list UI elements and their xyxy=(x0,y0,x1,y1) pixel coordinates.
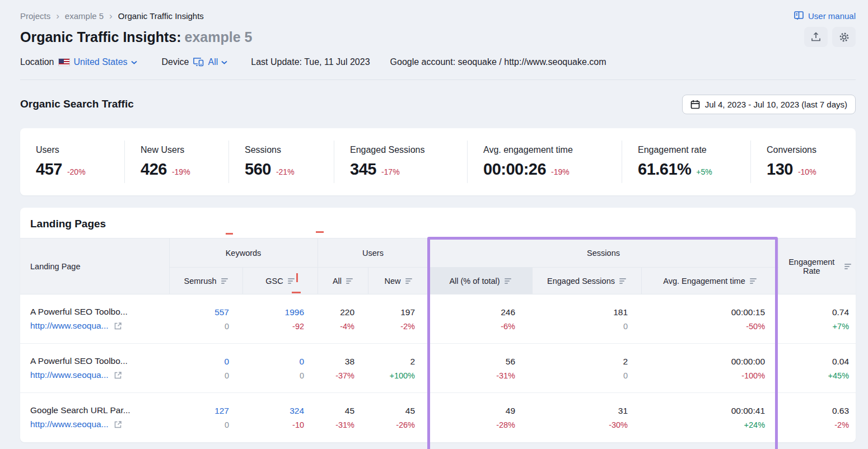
gsc-cell: 1996 -92 xyxy=(242,294,318,344)
col-header-engagement-rate: Engagement Rate xyxy=(778,238,856,294)
landing-page-link[interactable]: http://www.seoqua... xyxy=(30,370,109,380)
device-filter[interactable]: Device All xyxy=(162,57,228,67)
metric-delta: -19% xyxy=(172,167,190,176)
sort-icon[interactable] xyxy=(221,278,228,284)
landing-page-link[interactable]: http://www.seoqua... xyxy=(30,321,109,331)
metrics-summary: Users 457 -20% New Users 426 -19% Sessio… xyxy=(20,128,856,195)
breadcrumb-project[interactable]: example 5 xyxy=(65,11,104,21)
metric-value: 560 xyxy=(245,160,271,179)
metric-new-users: New Users 426 -19% xyxy=(124,141,228,183)
landing-pages-title: Landing Pages xyxy=(30,218,846,230)
avg-engagement-time-cell: 00:00:15 -50% xyxy=(641,294,778,344)
landing-page-cell: A Powerful SEO Toolbo... http://www.seoq… xyxy=(20,344,169,393)
col-header-sessions-all: All (% of total) xyxy=(428,268,532,294)
users-all-cell: 220 -4% xyxy=(318,294,368,344)
external-link-icon[interactable] xyxy=(114,420,123,429)
avg-engagement-time-cell: 00:00:00 -100% xyxy=(641,344,778,393)
semrush-cell: 557 0 xyxy=(169,294,242,344)
sessions-all-cell: 246 -6% xyxy=(428,294,532,344)
landing-page-link[interactable]: http://www.seoqua... xyxy=(30,419,109,429)
calendar-icon xyxy=(690,100,700,109)
sort-icon[interactable] xyxy=(750,278,757,284)
landing-page-title: Google Search URL Par... xyxy=(30,405,169,415)
metric-value: 130 xyxy=(767,160,793,179)
breadcrumb: Projects › example 5 › Organic Traffic I… xyxy=(20,11,204,21)
google-account: Google account: seoquake / http://www.se… xyxy=(390,57,606,67)
engagement-rate-cell: 0.63 -2% xyxy=(778,393,856,442)
semrush-cell: 0 0 xyxy=(169,344,242,393)
landing-page-title: A Powerful SEO Toolbo... xyxy=(30,307,169,317)
avg-engagement-time-cell: 00:00:41 +24% xyxy=(641,393,778,442)
devices-icon xyxy=(193,57,204,67)
sort-icon[interactable] xyxy=(288,278,295,284)
col-header-avg-engagement-time: Avg. Engagement time xyxy=(641,268,778,294)
metric-delta: -17% xyxy=(381,167,400,176)
device-value: All xyxy=(208,57,218,67)
engaged-sessions-cell: 2 0 xyxy=(532,344,641,393)
location-value: United States xyxy=(74,57,128,67)
metric-delta: -19% xyxy=(551,167,570,176)
header-divider xyxy=(20,79,856,80)
export-button[interactable] xyxy=(804,27,828,47)
metric-delta: -20% xyxy=(67,167,86,176)
col-group-keywords: Keywords xyxy=(169,238,318,268)
us-flag-icon xyxy=(58,58,70,66)
metric-value: 61.61% xyxy=(638,160,691,179)
users-new-cell: 2 +100% xyxy=(368,344,428,393)
gear-icon xyxy=(839,32,850,43)
external-link-icon[interactable] xyxy=(114,371,123,380)
metric-delta: +5% xyxy=(696,167,712,176)
semrush-cell: 127 0 xyxy=(169,393,242,442)
breadcrumb-separator-icon: › xyxy=(56,11,59,21)
device-label: Device xyxy=(162,57,189,67)
col-header-landing-page: Landing Page xyxy=(20,238,169,294)
col-header-users-new: New xyxy=(368,268,428,294)
users-all-cell: 45 -31% xyxy=(318,393,368,442)
landing-pages-card: Landing Pages Landing Page Keywords User… xyxy=(20,208,856,442)
metric-avg-engagement-time: Avg. engagement time 00:00:26 -19% xyxy=(467,141,622,183)
top-bar: Projects › example 5 › Organic Traffic I… xyxy=(0,0,868,80)
sessions-all-cell: 49 -28% xyxy=(428,393,532,442)
user-manual-link[interactable]: User manual xyxy=(794,11,856,21)
book-icon xyxy=(794,11,804,20)
sort-icon[interactable] xyxy=(405,278,412,284)
metric-engaged-sessions: Engaged Sessions 345 -17% xyxy=(334,141,467,183)
date-range-picker[interactable]: Jul 4, 2023 - Jul 10, 2023 (last 7 days) xyxy=(682,95,856,114)
col-header-engaged-sessions: Engaged Sessions xyxy=(532,268,641,294)
metric-delta: -21% xyxy=(276,167,295,176)
sessions-all-cell: 56 -31% xyxy=(428,344,532,393)
breadcrumb-projects[interactable]: Projects xyxy=(20,11,50,21)
sort-icon[interactable] xyxy=(619,278,626,284)
engagement-rate-cell: 0.74 +7% xyxy=(778,294,856,344)
last-update: Last Update: Tue, 11 Jul 2023 xyxy=(251,57,370,67)
users-new-cell: 45 -26% xyxy=(368,393,428,442)
metric-users: Users 457 -20% xyxy=(20,141,124,183)
chevron-down-icon xyxy=(221,60,227,64)
col-group-users: Users xyxy=(318,238,428,268)
users-new-cell: 197 -2% xyxy=(368,294,428,344)
table-row: A Powerful SEO Toolbo... http://www.seoq… xyxy=(20,294,856,344)
sort-icon[interactable] xyxy=(505,278,511,284)
landing-pages-table: Landing Page Keywords Users Sessions Eng… xyxy=(20,238,856,442)
date-range-label: Jul 4, 2023 - Jul 10, 2023 (last 7 days) xyxy=(705,100,847,109)
chevron-down-icon xyxy=(131,60,137,64)
sort-icon[interactable] xyxy=(844,264,851,269)
location-filter[interactable]: Location United States xyxy=(20,57,137,67)
engaged-sessions-cell: 31 -30% xyxy=(532,393,641,442)
metric-sessions: Sessions 560 -21% xyxy=(228,141,334,183)
engagement-rate-cell: 0.04 +45% xyxy=(778,344,856,393)
col-header-gsc: GSC xyxy=(242,268,318,294)
table-row: A Powerful SEO Toolbo... http://www.seoq… xyxy=(20,344,856,393)
page-title-project: example 5 xyxy=(185,29,253,45)
settings-button[interactable] xyxy=(832,27,856,47)
sort-icon[interactable] xyxy=(346,278,353,284)
landing-page-cell: A Powerful SEO Toolbo... http://www.seoq… xyxy=(20,294,169,344)
landing-page-title: A Powerful SEO Toolbo... xyxy=(30,356,169,366)
col-header-semrush: Semrush xyxy=(169,268,242,294)
external-link-icon[interactable] xyxy=(114,321,123,330)
landing-page-cell: Google Search URL Par... http://www.seoq… xyxy=(20,393,169,442)
engaged-sessions-cell: 181 0 xyxy=(532,294,641,344)
gsc-cell: 0 0 xyxy=(242,344,318,393)
location-label: Location xyxy=(20,57,54,67)
user-manual-label: User manual xyxy=(808,11,856,21)
